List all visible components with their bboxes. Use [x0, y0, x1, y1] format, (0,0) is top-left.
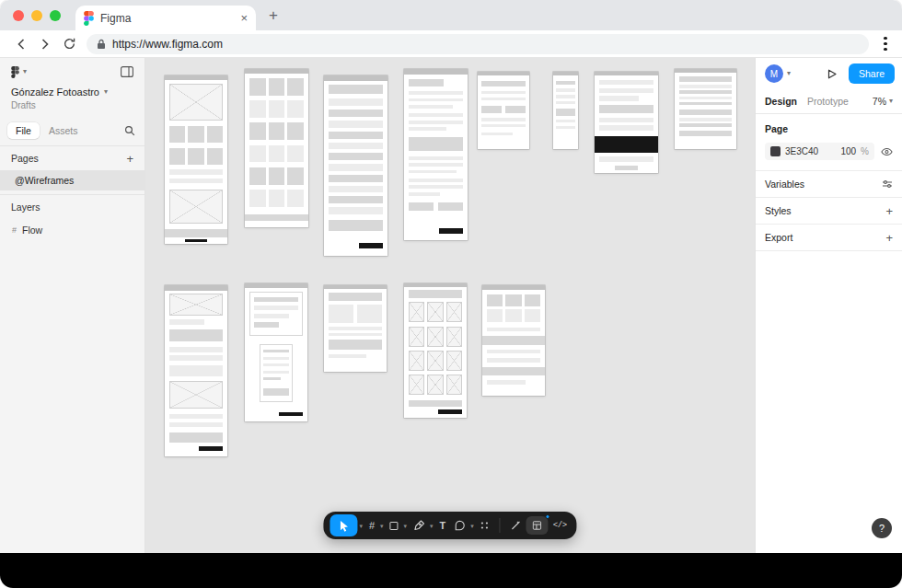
- canvas[interactable]: ▾ # ▾ ▾ ▾ T ▾: [145, 58, 755, 553]
- zoom-window-button[interactable]: [50, 10, 61, 21]
- add-style-button[interactable]: +: [885, 205, 893, 217]
- chevron-down-icon[interactable]: ▾: [359, 523, 363, 529]
- wireframe-block: [525, 309, 541, 321]
- pen-tool-button[interactable]: [410, 514, 428, 536]
- wireframe-block: [409, 351, 425, 371]
- color-swatch[interactable]: [770, 146, 781, 156]
- dev-mode-toggle[interactable]: [526, 516, 549, 535]
- canvas-frame[interactable]: [404, 69, 468, 240]
- wireframe-block: [169, 294, 223, 316]
- reload-button[interactable]: [57, 32, 81, 56]
- canvas-frame[interactable]: [553, 72, 578, 149]
- page-item-wireframes[interactable]: @Wireframes: [0, 170, 145, 190]
- canvas-frame[interactable]: [478, 72, 529, 149]
- move-tool-button[interactable]: [330, 514, 357, 536]
- address-bar[interactable]: https://www.figma.com: [87, 34, 869, 54]
- wireframe-block: [169, 432, 223, 443]
- wireframe-block: [169, 347, 223, 352]
- forward-button[interactable]: [33, 32, 57, 56]
- tab-strip: Figma × +: [0, 0, 902, 30]
- section-export[interactable]: Export +: [756, 225, 902, 251]
- back-button[interactable]: [9, 32, 33, 56]
- wireframe-block: [409, 127, 446, 131]
- code-tool-button[interactable]: </>: [549, 514, 571, 536]
- wireframe-block: [169, 190, 223, 224]
- wireframe-block: [487, 328, 540, 332]
- team-selector[interactable]: Gónzalez Fotoastro ▾: [11, 86, 133, 98]
- wireframe-block: [245, 214, 308, 221]
- wireframe-block: [599, 125, 653, 131]
- page-color-input[interactable]: 3E3C40 100 %: [765, 143, 874, 160]
- wireframe-block: [279, 412, 303, 417]
- chevron-down-icon[interactable]: ▾: [470, 523, 474, 529]
- wireframe-block: [505, 309, 522, 321]
- zoom-menu[interactable]: 7% ▾: [873, 96, 893, 107]
- wireframe-block: [679, 90, 733, 93]
- frame-tool-button[interactable]: #: [365, 514, 378, 536]
- tab-assets[interactable]: Assets: [45, 122, 82, 139]
- wireframe-block: [599, 96, 639, 101]
- wireframe-block: [556, 88, 575, 91]
- wireframe-block: [199, 446, 223, 452]
- tab-file[interactable]: File: [7, 122, 40, 139]
- canvas-frame[interactable]: [482, 285, 545, 396]
- canvas-frame[interactable]: [324, 285, 387, 372]
- comment-tool-button[interactable]: [450, 514, 468, 536]
- tab-design[interactable]: Design: [765, 96, 797, 107]
- wireframe-block: [599, 118, 653, 123]
- chevron-down-icon: ▾: [23, 68, 27, 75]
- wireframe-block: [481, 91, 525, 94]
- canvas-frame[interactable]: [165, 75, 227, 244]
- wireframe-block: [329, 305, 353, 324]
- browser-menu-button[interactable]: [878, 34, 893, 54]
- figma-favicon-icon: [84, 11, 94, 26]
- magic-tool-button[interactable]: [507, 514, 526, 536]
- wireframe-block: [409, 113, 463, 117]
- section-variables[interactable]: Variables: [756, 171, 902, 198]
- canvas-frame[interactable]: [165, 285, 227, 456]
- toolbar-divider: [500, 518, 501, 533]
- present-button[interactable]: [824, 69, 840, 79]
- section-styles[interactable]: Styles +: [756, 198, 902, 225]
- wireframe-block: [329, 207, 383, 214]
- chevron-down-icon[interactable]: ▾: [787, 70, 791, 77]
- wireframe-block: [478, 72, 529, 75]
- close-window-button[interactable]: [13, 10, 24, 21]
- wireframe-block: [679, 76, 733, 82]
- canvas-frame[interactable]: [595, 72, 658, 173]
- chevron-down-icon[interactable]: ▾: [380, 523, 384, 529]
- tab-prototype[interactable]: Prototype: [807, 96, 849, 107]
- canvas-frame[interactable]: [404, 283, 467, 418]
- wireframe-block: [409, 156, 463, 160]
- canvas-frame[interactable]: [245, 69, 308, 227]
- add-export-button[interactable]: +: [885, 232, 893, 244]
- search-icon[interactable]: [124, 125, 137, 136]
- wireframe-block: [249, 145, 266, 163]
- close-tab-icon[interactable]: ×: [240, 12, 248, 24]
- chevron-down-icon[interactable]: ▾: [430, 523, 434, 529]
- chevron-down-icon[interactable]: ▾: [404, 523, 408, 529]
- share-button[interactable]: Share: [849, 63, 895, 84]
- text-tool-button[interactable]: T: [436, 514, 450, 536]
- layer-item-flow[interactable]: # Flow: [0, 219, 145, 241]
- help-button[interactable]: ?: [872, 518, 892, 538]
- shape-tool-button[interactable]: [387, 514, 402, 536]
- add-page-button[interactable]: +: [126, 153, 133, 165]
- canvas-frame[interactable]: [324, 75, 387, 256]
- right-panel: M ▾ Share Design Prototype 7% ▾ Page: [755, 58, 902, 553]
- canvas-frame[interactable]: [675, 69, 736, 149]
- canvas-frame[interactable]: [245, 283, 307, 421]
- figma-menu-button[interactable]: ▾: [11, 66, 27, 78]
- actions-tool-button[interactable]: [477, 514, 493, 536]
- visibility-eye-icon[interactable]: [881, 147, 893, 156]
- avatar[interactable]: M: [765, 64, 783, 83]
- wireframe-block: [287, 78, 304, 96]
- minimize-window-button[interactable]: [31, 10, 42, 21]
- wireframe-block: [329, 164, 383, 171]
- toggle-sidebar-button[interactable]: [121, 66, 133, 77]
- browser-tab[interactable]: Figma ×: [75, 6, 256, 30]
- wireframe-block: [427, 375, 444, 395]
- wireframe-block: [556, 126, 575, 129]
- new-tab-button[interactable]: +: [269, 7, 278, 23]
- toolbar: ▾ # ▾ ▾ ▾ T ▾: [323, 512, 576, 539]
